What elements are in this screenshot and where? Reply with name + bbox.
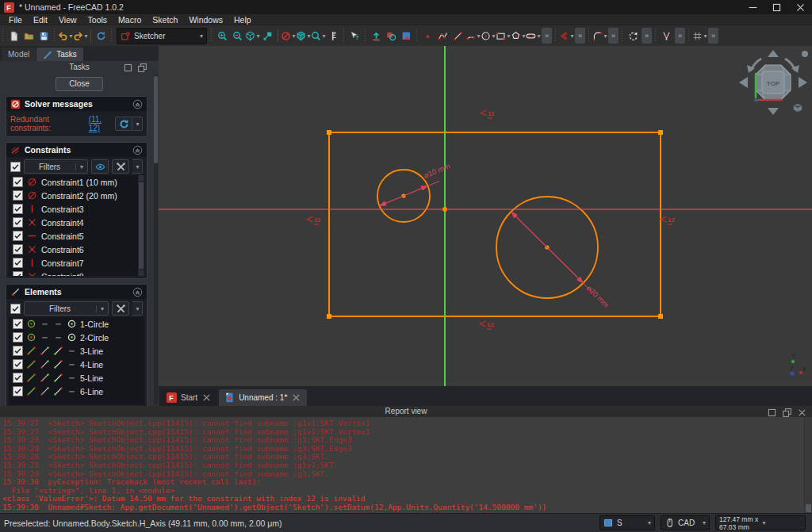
toolbar-handle[interactable] [2,29,5,43]
toolbar-handle[interactable] [343,29,346,43]
toolbar-handle[interactable] [416,29,419,43]
dropdown-arrow-icon[interactable]: ▾ [703,33,707,40]
menu-macro[interactable]: Macro [113,14,147,25]
show-constraints-button[interactable] [91,159,109,174]
tab-tasks[interactable]: Tasks [36,48,83,61]
draw-style-button[interactable]: ▾ [296,28,311,44]
dropdown-arrow-icon[interactable]: ▾ [492,33,495,40]
diameter-label-small[interactable]: ⌀10 mm [423,161,451,179]
checkbox[interactable] [13,332,23,343]
elements-filter-select[interactable]: Filters ▾ [24,301,109,316]
dropdown-arrow-icon[interactable]: ▾ [307,33,310,40]
constraint-row[interactable]: Constraint7 [9,256,144,270]
zoom-tools-button[interactable]: ▾ [311,28,326,44]
create-slot-button[interactable]: ▾ [526,28,541,44]
checkbox[interactable] [13,386,23,396]
dropdown-arrow-icon[interactable]: ▾ [537,33,540,40]
zoom-out-button[interactable] [230,28,245,44]
checkbox[interactable] [13,359,23,369]
measure-button[interactable] [326,28,341,44]
3d-viewport[interactable]: ⌀10 mm ⌀20 mm 11 11 [159,46,812,386]
constraint-marker-right[interactable]: 12 [661,216,676,224]
redo-button[interactable]: ▾ [73,28,88,44]
toolbar-overflow-button[interactable]: » [575,28,585,44]
dropdown-arrow-icon[interactable]: ▾ [69,33,72,40]
trim-button[interactable] [659,28,674,44]
constraint-marker-bottom[interactable]: 12 [481,321,495,329]
element-row[interactable]: 4-Line [9,358,144,371]
solver-messages-header[interactable]: Solver messages [6,97,147,111]
dropdown-arrow-icon[interactable]: ▾ [322,33,325,40]
constraint-row[interactable]: Constraint5 [9,229,144,243]
document-tab-0[interactable]: FStart [161,389,217,406]
origin-point[interactable] [442,207,447,212]
save-document-button[interactable] [36,28,52,44]
menu-view[interactable]: View [53,14,82,25]
clipping-plane-button[interactable]: ▾ [281,28,296,44]
dock-float-icon[interactable] [137,63,147,73]
element-row[interactable]: 6-Line [9,385,144,398]
constraint-row[interactable]: Constraint3 [9,202,144,216]
sketch-rectangle[interactable] [329,132,661,316]
toolbar-overflow-button[interactable]: » [675,28,685,44]
create-polyline-button[interactable] [435,28,450,44]
axonometric-view-button[interactable]: ▾ [245,28,260,44]
cube-mini-icon[interactable] [794,104,802,112]
checkbox[interactable] [13,177,23,187]
checkbox[interactable] [13,373,23,383]
menu-tools[interactable]: Tools [82,14,113,25]
create-line-button[interactable] [450,28,465,44]
redundant-constraints-link[interactable]: (11, 12) [89,115,113,132]
grid-button[interactable]: ▾ [692,28,707,44]
create-rectangle-button[interactable]: ▾ [496,28,511,44]
undo-button[interactable]: ▾ [58,28,73,44]
minimize-button[interactable] [741,0,764,14]
checkbox[interactable] [13,346,23,356]
fillet-button[interactable]: ▾ [592,28,607,44]
create-point-button[interactable] [420,28,435,44]
dropdown-arrow-icon[interactable]: ▾ [522,33,525,40]
checkbox[interactable] [13,190,23,201]
diameter-dimension-large[interactable] [511,212,594,293]
constraints-settings-dropdown[interactable]: ▾ [132,159,143,174]
menu-help[interactable]: Help [228,14,257,25]
whats-this-button[interactable]: ? [347,28,362,44]
menu-edit[interactable]: Edit [28,14,53,25]
elements-settings-dropdown[interactable]: ▾ [132,301,143,316]
toolbar-handle[interactable] [621,29,624,43]
constraint-marker-left[interactable]: 11 [308,216,322,224]
dropdown-arrow-icon[interactable]: ▾ [84,33,87,40]
diameter-label-large[interactable]: ⌀20 mm [585,284,611,309]
toolbar-overflow-button[interactable]: » [642,28,652,44]
constraints-scrollbar[interactable] [138,175,144,276]
toolbar-overflow-button[interactable]: » [708,28,718,44]
checkbox[interactable] [13,319,23,329]
new-document-button[interactable] [6,28,21,44]
checkbox[interactable] [13,204,23,214]
toolbar-handle[interactable] [654,29,657,43]
rotate-button[interactable] [626,28,641,44]
constraints-header[interactable]: Constraints [6,143,147,157]
close-task-button[interactable]: Close [56,77,103,91]
report-view-log[interactable]: 15:39:27 <Sketch> SketchObject.cpp(11415… [0,417,812,513]
open-document-button[interactable] [21,28,36,44]
constrain-button[interactable]: ▾ [559,28,574,44]
toolbar-handle[interactable] [210,29,213,43]
element-row[interactable]: 5-Line [9,371,144,385]
elements-header[interactable]: Elements [6,285,147,299]
checkbox[interactable] [13,258,23,268]
create-polygon-button[interactable]: ▾ [511,28,526,44]
constraints-filter-select[interactable]: Filters ▾ [24,159,88,174]
constraint-row[interactable]: Constraint4 [9,216,144,229]
maximize-button[interactable] [764,0,788,14]
dropdown-arrow-icon[interactable]: ▾ [603,33,607,40]
menu-sketch[interactable]: Sketch [147,14,183,25]
element-row[interactable]: 2-Circle [9,331,144,344]
elements-check-all[interactable] [10,304,21,314]
dock-restore-icon[interactable] [123,63,133,73]
toolbar-handle[interactable] [110,29,113,43]
toolbar-handle[interactable] [554,29,557,43]
tab-close-icon[interactable] [291,392,301,403]
toolbar-handle[interactable] [688,29,691,43]
checkbox[interactable] [13,217,23,228]
